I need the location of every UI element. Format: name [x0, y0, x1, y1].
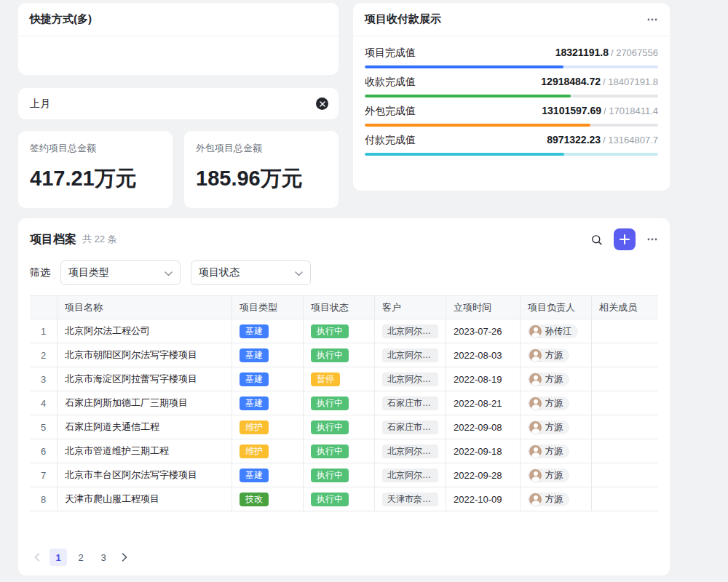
- progress-row: 外包完成值 13101597.69/ 17018411.4: [365, 104, 658, 133]
- owner-chip: 方源: [528, 493, 569, 506]
- col-start-date[interactable]: 立项时间: [446, 296, 521, 319]
- col-customer[interactable]: 客户: [375, 296, 446, 319]
- project-type-select[interactable]: 项目类型: [60, 260, 181, 285]
- members-cell: [592, 415, 658, 439]
- customer-tag: 北京阿尔法…: [382, 469, 438, 482]
- customer-tag: 天津市奈文…: [382, 493, 438, 506]
- table-row[interactable]: 4 石家庄阿斯加德工厂三期项目 基建 执行中 石家庄市A… 2022-08-21…: [30, 391, 658, 415]
- progress-track: [365, 65, 658, 68]
- owner-chip: 方源: [528, 396, 569, 410]
- progress-track: [365, 95, 658, 97]
- col-project-name[interactable]: 项目名称: [58, 296, 232, 319]
- owner-name: 方源: [545, 445, 563, 458]
- project-status-select[interactable]: 项目状态: [191, 260, 311, 285]
- col-project-type[interactable]: 项目类型: [232, 296, 304, 319]
- chevron-left-icon[interactable]: [30, 549, 44, 566]
- avatar: [529, 325, 542, 338]
- owner-chip: 方源: [528, 348, 569, 362]
- progress-fill: [365, 95, 571, 97]
- table-row[interactable]: 8 天津市爬山服工程项目 技改 执行中 天津市奈文… 2022-10-09 方源: [30, 487, 658, 511]
- payments-card-title: 项目收付款展示: [365, 12, 441, 26]
- owner-name: 方源: [545, 421, 563, 434]
- outsourced-total-value: 185.96万元: [196, 164, 327, 194]
- progress-fill: [365, 124, 590, 127]
- project-type-badge: 基建: [240, 469, 269, 482]
- table-row[interactable]: 6 北京市管道维护三期工程 维护 执行中 北京阿尔法… 2022-09-18 方…: [30, 439, 658, 463]
- progress-label: 外包完成值: [365, 105, 416, 118]
- project-status-badge: 执行中: [311, 445, 349, 458]
- table-row[interactable]: 2 北京市朝阳区阿尔法写字楼项目 基建 执行中 北京阿尔法… 2022-08-0…: [30, 343, 658, 367]
- progress-row: 收款完成值 12918484.72/ 18407191.8: [365, 75, 658, 104]
- row-index: 2: [30, 343, 58, 367]
- avatar: [529, 469, 542, 482]
- members-cell: [592, 487, 658, 511]
- owner-name: 方源: [545, 349, 563, 362]
- project-name-cell: 石家庄阿斯加德工厂三期项目: [58, 391, 232, 415]
- owner-name: 方源: [545, 469, 563, 482]
- project-type-badge: 基建: [240, 396, 269, 410]
- start-date-cell: 2022-09-08: [446, 415, 521, 439]
- owner-chip: 方源: [528, 420, 569, 434]
- progress-value: 12918484.72/ 18407191.8: [541, 75, 658, 88]
- chevron-right-icon[interactable]: [117, 549, 132, 566]
- table-row[interactable]: 7 北京市丰台区阿尔法写字楼项目 基建 执行中 北京阿尔法… 2022-09-2…: [30, 463, 658, 487]
- page-button-2[interactable]: 2: [72, 549, 90, 566]
- start-date-cell: 2022-08-19: [446, 367, 521, 391]
- owner-name: 方源: [545, 493, 563, 506]
- project-type-badge: 基建: [240, 372, 269, 386]
- avatar: [529, 445, 542, 458]
- row-index: 1: [30, 319, 58, 343]
- quick-filter-bar[interactable]: 上月: [18, 88, 339, 119]
- start-date-cell: 2022-08-03: [446, 343, 521, 367]
- progress-value: 8971322.23/ 13164807.7: [547, 133, 658, 146]
- col-members[interactable]: 相关成员: [592, 296, 658, 319]
- members-cell: [592, 391, 658, 415]
- add-record-button[interactable]: [614, 228, 636, 250]
- avatar: [529, 493, 542, 506]
- page-button-1[interactable]: 1: [50, 549, 67, 566]
- archive-header: 项目档案 共 22 条: [18, 218, 670, 258]
- progress-label: 收款完成值: [365, 76, 416, 89]
- project-status-badge: 暂停: [311, 372, 340, 386]
- progress-value: 13101597.69/ 17018411.4: [542, 104, 658, 117]
- col-project-status[interactable]: 项目状态: [304, 296, 375, 319]
- more-icon[interactable]: [646, 14, 658, 25]
- col-owner[interactable]: 项目负责人: [521, 296, 592, 319]
- progress-row: 项目完成值 18321191.8/ 27067556: [365, 46, 658, 75]
- search-icon[interactable]: [590, 234, 603, 246]
- payments-card: 项目收付款展示 项目完成值 18321191.8/ 27067556 收款完成值…: [353, 3, 670, 191]
- avatar: [529, 349, 542, 362]
- shortcuts-card: 快捷方式(多): [18, 3, 339, 75]
- table-header-row: 项目名称 项目类型 项目状态 客户 立项时间 项目负责人 相关成员: [30, 296, 658, 319]
- owner-name: 方源: [545, 373, 563, 386]
- signed-total-card: 签约项目总金额 417.21万元: [18, 131, 173, 208]
- more-icon[interactable]: [646, 234, 658, 245]
- row-index: 4: [30, 391, 58, 415]
- avatar: [529, 421, 542, 434]
- payments-card-body: 项目完成值 18321191.8/ 27067556 收款完成值 1291848…: [353, 36, 670, 162]
- start-date-cell: 2022-09-28: [446, 463, 521, 487]
- payments-card-header: 项目收付款展示: [353, 3, 670, 36]
- progress-label: 付款完成值: [365, 134, 416, 147]
- clear-filter-icon[interactable]: [316, 97, 328, 110]
- chevron-down-icon: [295, 267, 303, 279]
- shortcuts-card-title: 快捷方式(多): [30, 12, 92, 26]
- row-index: 5: [30, 415, 58, 439]
- project-status-badge: 执行中: [311, 420, 349, 434]
- start-date-cell: 2022-09-18: [446, 439, 521, 463]
- members-cell: [592, 367, 658, 391]
- progress-fill: [365, 153, 564, 156]
- project-name-cell: 北京市管道维护三期工程: [58, 439, 232, 463]
- customer-tag: 北京阿尔法…: [382, 348, 438, 362]
- project-status-badge: 执行中: [311, 493, 349, 506]
- table-row[interactable]: 5 石家庄阿道夫通信工程 维护 执行中 石家庄市A县 2022-09-08 方源: [30, 415, 658, 439]
- page-button-3[interactable]: 3: [95, 549, 112, 566]
- owner-name: 孙传江: [545, 325, 571, 338]
- archive-title: 项目档案: [30, 232, 76, 247]
- table-row[interactable]: 1 北京阿尔法工程公司 基建 执行中 北京阿尔法… 2023-07-26 孙传江: [30, 319, 658, 343]
- table-row[interactable]: 3 北京市海淀区阿拉蕾写字楼项目 基建 暂停 北京阿尔法… 2022-08-19…: [30, 367, 658, 391]
- row-index: 8: [30, 487, 58, 511]
- members-cell: [592, 439, 658, 463]
- filter-label: 筛选: [30, 266, 50, 279]
- pagination: 1 2 3: [30, 549, 132, 566]
